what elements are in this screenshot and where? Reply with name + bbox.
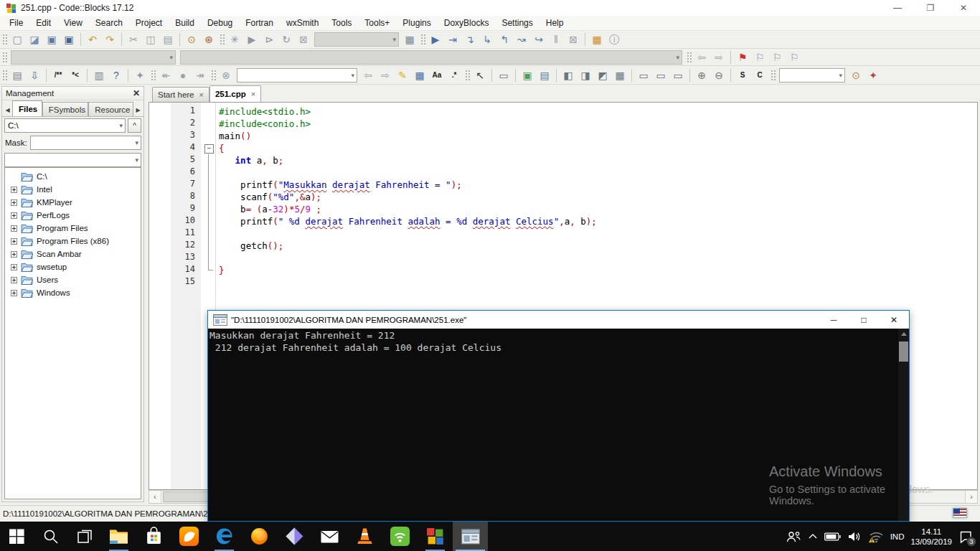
symbol-find-icon[interactable]: ⊙ bbox=[847, 67, 864, 83]
management-tab-files[interactable]: Files bbox=[12, 100, 42, 116]
menu-fortran[interactable]: Fortran bbox=[239, 17, 280, 29]
redo-icon[interactable]: ↷ bbox=[101, 32, 118, 47]
match-case-button[interactable]: Aa bbox=[428, 67, 446, 83]
sizer-grid-icon[interactable]: ▭ bbox=[669, 67, 687, 83]
expand-plus-icon[interactable] bbox=[11, 225, 17, 232]
layout-fill-icon[interactable]: ▦ bbox=[611, 67, 628, 83]
taskbar-task-view-icon[interactable] bbox=[67, 522, 101, 551]
zoom-out-icon[interactable]: ⊖ bbox=[710, 67, 727, 83]
clock[interactable]: 14.11 13/09/2019 bbox=[910, 527, 952, 547]
editor-tab-start-here[interactable]: Start here× bbox=[152, 87, 209, 102]
clear-bookmarks-icon[interactable]: ⚐ bbox=[786, 50, 803, 65]
toolbar-grip[interactable] bbox=[464, 69, 470, 82]
battery-icon[interactable] bbox=[824, 532, 841, 541]
menu-plugins[interactable]: Plugins bbox=[396, 17, 437, 29]
nav-forward-icon[interactable]: ⇨ bbox=[710, 50, 727, 65]
toolbar-grip[interactable] bbox=[420, 33, 425, 46]
menu-tools-plus[interactable]: Tools+ bbox=[358, 17, 396, 29]
taskbar-console-window-icon[interactable] bbox=[453, 522, 488, 551]
run-to-cursor-icon[interactable]: ⇥ bbox=[444, 32, 461, 47]
rebuild-icon[interactable]: ↻ bbox=[278, 32, 295, 47]
menu-build[interactable]: Build bbox=[169, 17, 201, 29]
doxy-run-html-icon[interactable]: ▥ bbox=[90, 67, 108, 83]
expand-plus-icon[interactable] bbox=[11, 251, 17, 258]
incsearch-options-icon[interactable]: ▦ bbox=[411, 67, 428, 83]
new-file-icon[interactable]: ▢ bbox=[9, 32, 26, 47]
console-window[interactable]: "D:\11110191002\ALGORITMA DAN PEMROGRAMA… bbox=[207, 310, 910, 522]
taskbar-file-explorer-icon[interactable] bbox=[101, 522, 136, 551]
toolbar-grip[interactable] bbox=[150, 69, 156, 82]
console-scrollbar[interactable] bbox=[898, 329, 909, 521]
management-panel-header[interactable]: Management ✕ bbox=[2, 87, 143, 100]
layout-corner-icon[interactable]: ◩ bbox=[594, 67, 611, 83]
toolbar-grip[interactable] bbox=[1, 69, 7, 82]
expand-plus-icon[interactable] bbox=[11, 290, 17, 296]
management-tab-fsymbols[interactable]: FSymbols bbox=[42, 102, 88, 116]
next-instruction-icon[interactable]: ↝ bbox=[513, 32, 530, 47]
menu-help[interactable]: Help bbox=[540, 17, 570, 29]
widget-text-icon[interactable]: ▤ bbox=[536, 67, 553, 83]
toolbar-grip[interactable] bbox=[210, 69, 216, 82]
debugging-windows-icon[interactable]: ▦ bbox=[588, 32, 606, 47]
incsearch-prev-icon[interactable]: ⇦ bbox=[359, 67, 377, 83]
management-tab-resource[interactable]: Resource bbox=[88, 102, 133, 116]
expand-plus-icon[interactable] bbox=[11, 187, 17, 193]
build-and-run-icon[interactable]: ⊳ bbox=[260, 32, 278, 47]
mask-combobox[interactable]: ▾ bbox=[30, 136, 141, 150]
replace-icon[interactable]: ⊛ bbox=[200, 32, 217, 47]
volume-icon[interactable] bbox=[847, 531, 862, 542]
taskbar-mail-icon[interactable] bbox=[312, 522, 347, 551]
abort-icon[interactable]: ⊠ bbox=[295, 32, 312, 47]
taskbar-start-icon[interactable] bbox=[0, 522, 34, 551]
expand-plus-icon[interactable] bbox=[11, 277, 17, 283]
scroll-up-icon[interactable] bbox=[898, 329, 909, 339]
paste-icon[interactable]: ▤ bbox=[159, 32, 176, 47]
taskbar-uc-browser-icon[interactable] bbox=[171, 522, 207, 551]
console-minimize-button[interactable]: ─ bbox=[819, 311, 849, 329]
settings-wrench-icon[interactable]: ✦ bbox=[864, 67, 882, 83]
taskbar-search-icon[interactable] bbox=[34, 522, 67, 551]
compiler-log-icon[interactable]: ▦ bbox=[401, 32, 418, 47]
scrollbar-thumb[interactable] bbox=[899, 342, 908, 362]
layout-bottom-icon[interactable]: ◨ bbox=[577, 67, 594, 83]
zoom-in-icon[interactable]: ⊕ bbox=[693, 67, 710, 83]
snippet-c-button[interactable]: C bbox=[751, 67, 768, 83]
fold-collapse-icon[interactable] bbox=[201, 142, 215, 154]
prev-bookmark-icon[interactable]: ⚐ bbox=[751, 50, 768, 65]
close-tab-icon[interactable]: × bbox=[199, 90, 204, 99]
menu-project[interactable]: Project bbox=[129, 17, 169, 29]
nav-back-icon[interactable]: ⇦ bbox=[693, 50, 710, 65]
debug-stop-icon[interactable]: ⊠ bbox=[565, 32, 582, 47]
taskbar-edge-icon[interactable] bbox=[207, 522, 242, 551]
incsearch-clear-icon[interactable]: ⊗ bbox=[217, 67, 235, 83]
window-titlebar[interactable]: 251.cpp - Code::Blocks 17.12 — ❐ ✕ bbox=[0, 0, 980, 16]
tree-item-scan-ambar[interactable]: Scan Ambar bbox=[5, 248, 141, 260]
doxy-help-icon[interactable]: ? bbox=[108, 67, 125, 83]
close-tab-icon[interactable]: × bbox=[251, 90, 255, 98]
tree-item-perflogs[interactable]: PerfLogs bbox=[5, 209, 141, 222]
widget-panel-icon[interactable]: ▣ bbox=[519, 67, 536, 83]
widget-frame-icon[interactable]: ▭ bbox=[495, 67, 512, 83]
doxy-config-icon[interactable]: ✦ bbox=[131, 67, 149, 83]
snippet-s-button[interactable]: S bbox=[734, 67, 751, 83]
taskbar-codeblocks-icon[interactable] bbox=[418, 522, 453, 551]
sizer-v-icon[interactable]: ▭ bbox=[652, 67, 669, 83]
jump-forward-icon[interactable]: ↠ bbox=[192, 67, 209, 83]
layout-left-icon[interactable]: ◧ bbox=[560, 67, 577, 83]
folder-up-button[interactable]: ^ bbox=[128, 118, 141, 133]
tree-item-swsetup[interactable]: swsetup bbox=[5, 260, 141, 273]
jump-back-icon[interactable]: ↞ bbox=[157, 67, 174, 83]
code-completion-function-combo[interactable]: ▾ bbox=[180, 50, 682, 65]
toggle-bookmark-icon[interactable]: ⚑ bbox=[734, 50, 751, 65]
toolbar-grip[interactable] bbox=[770, 69, 776, 82]
taskbar-firefox-icon[interactable] bbox=[242, 522, 277, 551]
step-out-icon[interactable]: ↰ bbox=[496, 32, 513, 47]
menu-settings[interactable]: Settings bbox=[495, 17, 539, 29]
tree-item-windows[interactable]: Windows bbox=[5, 286, 141, 299]
menu-tools[interactable]: Tools bbox=[325, 17, 358, 29]
close-button[interactable]: ✕ bbox=[947, 0, 980, 16]
console-maximize-button[interactable]: □ bbox=[849, 311, 879, 329]
tabs-scroll-left-icon[interactable]: ◀ bbox=[3, 103, 12, 116]
menu-edit[interactable]: Edit bbox=[29, 17, 57, 29]
undo-icon[interactable]: ↶ bbox=[84, 32, 101, 47]
